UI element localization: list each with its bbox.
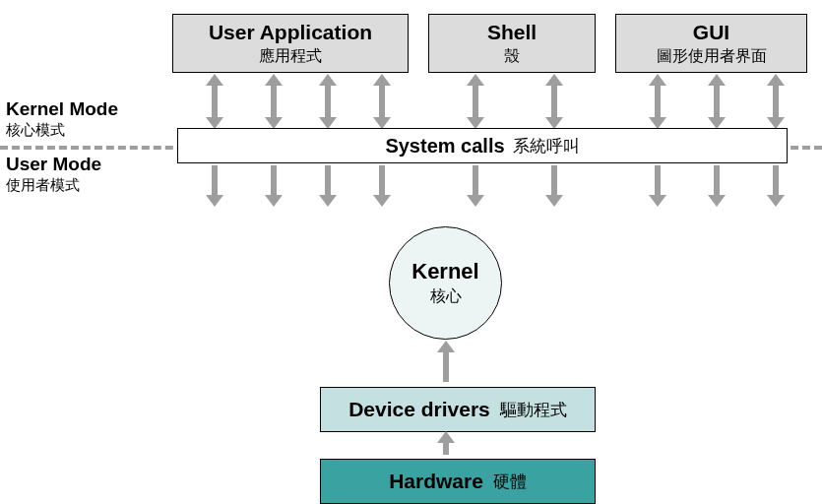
system-calls-box: System calls 系統呼叫	[177, 128, 788, 163]
shell-en: Shell	[487, 21, 537, 44]
device-drivers-zh: 驅動程式	[500, 399, 567, 421]
hardware-box: Hardware 硬體	[320, 459, 596, 504]
kernel-mode-zh: 核心模式	[6, 121, 118, 140]
arrow-shell-1	[473, 84, 478, 119]
shell-box: Shell 殼	[428, 14, 596, 73]
kernel-mode-en: Kernel Mode	[6, 98, 118, 120]
arrow-userapp-3	[325, 84, 331, 119]
arrow-below-6	[551, 165, 557, 197]
kernel-mode-label: Kernel Mode 核心模式	[6, 98, 118, 140]
arrow-below-4	[379, 165, 385, 197]
arrow-below-7	[655, 165, 661, 197]
user-application-en: User Application	[209, 21, 372, 44]
arrow-below-9	[773, 165, 779, 197]
arrow-hardware-drivers	[443, 441, 449, 455]
arrow-below-5	[473, 165, 478, 197]
hardware-en: Hardware	[389, 470, 483, 493]
user-mode-label: User Mode 使用者模式	[6, 154, 101, 195]
arrow-userapp-2	[271, 84, 277, 119]
arrow-below-8	[714, 165, 720, 197]
device-drivers-box: Device drivers 驅動程式	[320, 387, 596, 432]
kernel-circle: Kernel 核心	[389, 226, 502, 340]
gui-zh: 圖形使用者界面	[657, 46, 767, 67]
gui-en: GUI	[693, 21, 729, 44]
arrow-below-2	[271, 165, 277, 197]
arrow-shell-2	[551, 84, 557, 119]
user-mode-en: User Mode	[6, 154, 101, 175]
arrow-gui-3	[773, 84, 779, 119]
user-mode-zh: 使用者模式	[6, 176, 101, 195]
arrow-userapp-1	[212, 84, 218, 119]
hardware-zh: 硬體	[493, 471, 527, 493]
arrow-gui-1	[655, 84, 661, 119]
system-calls-zh: 系統呼叫	[513, 135, 580, 158]
arrow-drivers-kernel	[443, 350, 449, 382]
arrow-userapp-4	[379, 84, 385, 119]
user-application-zh: 應用程式	[259, 46, 322, 67]
arrow-below-1	[212, 165, 218, 197]
shell-zh: 殼	[504, 46, 520, 67]
kernel-zh: 核心	[430, 286, 462, 307]
gui-box: GUI 圖形使用者界面	[615, 14, 807, 73]
system-calls-en: System calls	[385, 135, 504, 158]
user-application-box: User Application 應用程式	[172, 14, 409, 73]
arrow-gui-2	[714, 84, 720, 119]
device-drivers-en: Device drivers	[348, 398, 490, 421]
arrow-below-3	[325, 165, 331, 197]
kernel-en: Kernel	[411, 259, 478, 284]
